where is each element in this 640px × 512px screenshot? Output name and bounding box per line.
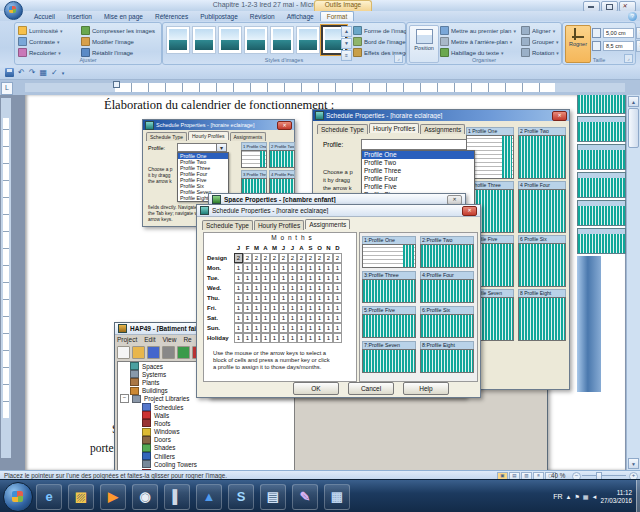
tab-mise-en-page[interactable]: Mise en page [98,12,149,21]
profile-tile-2-profile-two[interactable]: 2:Profile Two [420,236,474,268]
picture-style-thumbnail[interactable] [296,26,320,54]
help-button[interactable]: Help [403,382,449,395]
tab-selector[interactable] [1,82,13,95]
tree-item-walls[interactable]: Walls [118,411,294,419]
profile-tile-8-profile-eight[interactable]: 8:Profile Eight [420,341,474,373]
profile-option[interactable]: Profile Four [362,175,474,183]
tab-publipostage[interactable]: Publipostage [194,12,244,21]
start-button[interactable] [3,482,33,512]
profile-option[interactable]: Profile Five [362,183,474,191]
hap-toolbar-icon-0[interactable] [117,346,130,359]
help-icon[interactable] [628,12,637,21]
redo-icon[interactable]: ↷ [29,68,36,78]
chrome-icon[interactable]: ◉ [132,484,158,510]
word-document-icon[interactable]: ▤ [260,484,286,510]
profile-tile-1-profile-one[interactable]: 1:Profile One [362,236,416,268]
profile-tile-6-profile-six[interactable]: 6 Profile Six [518,235,566,287]
ajuster-item-compresser-les-images[interactable]: Compresser les images [81,25,155,36]
height-field[interactable]: 5,00 cm [603,28,634,38]
menu-re[interactable]: Re [183,336,191,343]
height-stepper[interactable]: ▲▼ [636,27,640,39]
dark-app-icon[interactable]: ▌ [164,484,190,510]
tree-item-boilers[interactable]: Boilers [118,468,294,470]
tab-format[interactable]: Format [320,11,355,21]
internet-explorer-icon[interactable]: e [36,484,62,510]
mettre-au-premier-plan-button[interactable]: Mettre au premier plan [440,25,516,36]
menu-view[interactable]: View [162,336,176,343]
skype-icon[interactable]: S [228,484,254,510]
profile-tile-1-profile-one[interactable]: 1 Profile One [241,142,267,168]
profile-option[interactable]: Profile Three [362,167,474,175]
qat-more-icon[interactable]: ▾ [62,68,65,78]
vertical-scrollbar[interactable]: ▲ ▼ [626,95,640,470]
hap-toolbar-icon-1[interactable] [132,346,145,359]
spelling-icon[interactable]: ✓ [51,68,58,78]
width-field[interactable]: 8,5 cm [603,41,634,51]
clock[interactable]: 11:12 27/03/2016 [600,489,632,504]
aligner-button[interactable]: Aligner [521,25,559,36]
office-button[interactable] [4,1,23,20]
tree-item-windows[interactable]: Windows [118,428,294,436]
menu-edit[interactable]: Edit [144,336,155,343]
profile-tile-2-profile-two[interactable]: 2 Profile Two [269,142,295,168]
tree-item-shades[interactable]: Shades [118,444,294,452]
drive-app-icon[interactable]: ▲ [196,484,222,510]
language-indicator[interactable]: FR [553,493,562,500]
hap-toolbar-icon-3[interactable] [162,346,175,359]
grouper-button[interactable]: Grouper [521,36,559,47]
hap-toolbar-icon-2[interactable] [147,346,160,359]
ok-button[interactable]: OK [293,382,339,395]
picture-style-thumbnail[interactable] [270,26,294,54]
profile-tile-7-profile-seven[interactable]: 7:Profile Seven [362,341,416,373]
zoom-level[interactable]: 40 % [551,472,565,479]
calculator-icon[interactable]: ▦ [324,484,350,510]
zoom-slider-track[interactable] [582,475,626,476]
media-player-icon[interactable]: ▶ [100,484,126,510]
ajuster-item-contraste[interactable]: Contraste [18,36,63,47]
tree-item-roofs[interactable]: Roofs [118,419,294,427]
tab-affichage[interactable]: Affichage [281,12,320,21]
cancel-button[interactable]: Cancel [348,382,394,395]
profile-tile-5-profile-five[interactable]: 5:Profile Five [362,306,416,338]
scroll-down-icon[interactable]: ▼ [628,458,639,469]
picture-style-thumbnail[interactable] [192,26,216,54]
tree-item-chillers[interactable]: Chillers [118,452,294,460]
hap-toolbar-icon-4[interactable] [177,346,190,359]
ajuster-item-modifier-l-image[interactable]: Modifier l'image [81,36,155,47]
profile-option[interactable]: Profile One [362,151,474,159]
close-icon[interactable] [447,195,462,205]
tray-arrow-icon[interactable]: ▲ [566,494,572,500]
ajuster-item-luminosit[interactable]: Luminosité [18,25,63,36]
volume-icon[interactable]: ◄ [592,494,598,500]
notes-app-icon[interactable]: ✎ [292,484,318,510]
horizontal-ruler[interactable] [0,80,640,95]
scrollbar-thumb[interactable] [628,108,639,148]
vertical-ruler[interactable] [1,98,11,458]
menu-project[interactable]: Project [117,336,137,343]
profile-tile-4-profile-four[interactable]: 4:Profile Four [420,271,474,303]
tab-accueil[interactable]: Accueil [28,12,61,21]
profile-tile-4-profile-four[interactable]: 4 Profile Four [518,181,566,233]
profile-tile-8-profile-eight[interactable]: 8 Profile Eight [518,289,566,341]
gallery-up-icon[interactable]: ▲ [341,26,352,37]
undo-icon[interactable]: ↶ [18,68,25,78]
action-center-icon[interactable]: ⚑ [574,493,579,500]
profile-tile-3-profile-three[interactable]: 3:Profile Three [362,271,416,303]
tab-insertion[interactable]: Insertion [61,12,98,21]
tab-r-vision[interactable]: Révision [244,12,281,21]
indent-marker[interactable] [113,81,120,88]
show-desktop-button[interactable] [636,480,640,512]
tab-r-f-rences[interactable]: Références [149,12,194,21]
profile-tile-6-profile-six[interactable]: 6:Profile Six [420,306,474,338]
width-stepper[interactable]: ▲▼ [636,40,640,52]
mettre-l-arri-re-plan-button[interactable]: Mettre à l'arrière-plan [440,36,516,47]
profile-tile-2-profile-two[interactable]: 2 Profile Two [518,127,566,179]
tree-item-doors[interactable]: Doors [118,436,294,444]
save-icon[interactable] [5,68,14,77]
table-icon[interactable]: ▦ [39,68,47,78]
explorer-folder-icon[interactable]: ▨ [68,484,94,510]
picture-style-thumbnail[interactable] [218,26,242,54]
picture-style-thumbnail[interactable] [166,26,190,54]
profile-option[interactable]: Profile Two [362,159,474,167]
network-icon[interactable]: ▦ [583,493,589,500]
